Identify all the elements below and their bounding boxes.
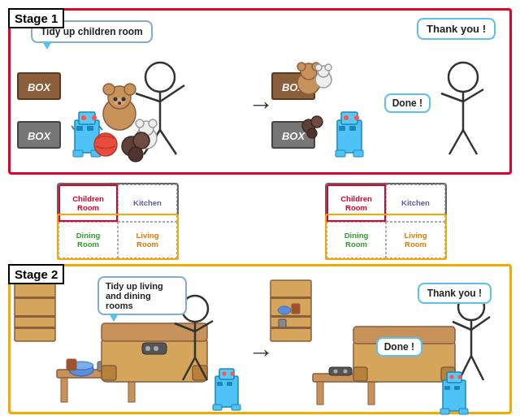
stage2-done-bubble: Done ! — [376, 337, 422, 357]
svg-rect-18 — [73, 150, 83, 157]
svg-rect-126 — [440, 409, 449, 414]
svg-rect-94 — [227, 382, 232, 386]
svg-rect-56 — [349, 126, 356, 131]
stage1-left-scene: BOX BOX — [10, 49, 245, 175]
svg-point-4 — [145, 63, 175, 92]
living-room-cell-left: LivingRoom — [118, 222, 177, 259]
room-map-left: Children Room Kitchen DiningRoom LivingR… — [57, 183, 179, 260]
svg-point-50 — [307, 128, 317, 138]
svg-point-31 — [149, 119, 157, 128]
kitchen-cell-left: Kitchen — [118, 184, 177, 222]
svg-rect-125 — [454, 386, 460, 390]
stage2-thanks-bubble: Thank you ! — [418, 283, 492, 304]
stage1-done-bubble: Done ! — [384, 93, 431, 113]
svg-text:BOX: BOX — [28, 130, 52, 142]
svg-point-46 — [315, 64, 322, 71]
svg-rect-77 — [102, 323, 207, 341]
svg-point-91 — [223, 372, 227, 376]
svg-rect-124 — [444, 386, 450, 390]
living-room-cell-right: LivingRoom — [386, 222, 445, 259]
svg-rect-96 — [232, 405, 240, 410]
stage1-thanks-bubble: Thank you ! — [417, 18, 496, 40]
svg-rect-67 — [15, 315, 55, 318]
svg-point-54 — [354, 115, 359, 120]
svg-point-47 — [325, 64, 332, 71]
svg-point-12 — [81, 115, 86, 120]
svg-rect-65 — [15, 280, 55, 341]
svg-rect-120 — [443, 380, 466, 411]
svg-point-49 — [311, 116, 323, 128]
room-map-right-grid: ChildrenRoom Kitchen DiningRoom LivingRo… — [325, 183, 447, 260]
svg-rect-89 — [215, 376, 238, 407]
svg-rect-58 — [353, 150, 363, 157]
svg-point-108 — [334, 370, 338, 374]
svg-rect-93 — [217, 382, 223, 386]
svg-rect-102 — [292, 304, 300, 314]
dining-room-cell-left: DiningRoom — [58, 222, 118, 259]
main-container: { "stages": [ { "label": "Stage 1", "lef… — [0, 0, 520, 420]
svg-rect-107 — [329, 367, 352, 375]
svg-line-64 — [463, 130, 477, 154]
svg-point-101 — [278, 306, 291, 314]
svg-point-81 — [145, 346, 150, 351]
svg-line-63 — [449, 130, 463, 154]
svg-point-27 — [118, 102, 121, 105]
svg-rect-68 — [15, 327, 55, 329]
svg-point-25 — [114, 97, 118, 102]
children-room-cell-right: ChildrenRoom — [327, 184, 386, 222]
svg-point-30 — [136, 119, 144, 128]
svg-point-59 — [448, 63, 478, 92]
svg-point-92 — [231, 372, 235, 376]
svg-rect-75 — [67, 359, 76, 370]
svg-point-53 — [344, 115, 349, 120]
svg-line-9 — [160, 130, 176, 154]
stage2-label: Stage 2 — [8, 264, 64, 284]
dining-room-cell-right: DiningRoom — [327, 222, 386, 259]
svg-point-122 — [450, 375, 454, 379]
svg-point-13 — [92, 115, 97, 120]
svg-rect-15 — [87, 126, 93, 131]
svg-point-26 — [122, 97, 126, 102]
room-map-left-grid: Children Room Kitchen DiningRoom LivingR… — [57, 183, 179, 260]
svg-point-35 — [128, 147, 143, 162]
svg-rect-78 — [102, 366, 116, 380]
kitchen-cell-right: Kitchen — [386, 184, 445, 222]
stage2-task-bubble: Tidy up living and dining rooms — [98, 276, 187, 315]
svg-rect-55 — [339, 126, 345, 131]
svg-rect-103 — [279, 319, 286, 327]
svg-rect-57 — [336, 150, 345, 157]
room-map-right: ChildrenRoom Kitchen DiningRoom LivingRo… — [325, 183, 447, 260]
svg-rect-99 — [271, 315, 311, 318]
svg-rect-14 — [76, 126, 83, 131]
svg-text:BOX: BOX — [28, 81, 52, 93]
svg-rect-106 — [368, 382, 375, 405]
svg-point-22 — [103, 84, 115, 95]
svg-point-34 — [133, 132, 150, 149]
svg-point-123 — [458, 375, 462, 379]
svg-rect-105 — [317, 382, 323, 405]
svg-rect-70 — [61, 378, 67, 402]
svg-point-23 — [124, 84, 136, 95]
svg-rect-112 — [353, 367, 367, 381]
svg-line-119 — [471, 356, 483, 380]
stage1-label: Stage 1 — [8, 8, 64, 28]
svg-rect-51 — [337, 120, 362, 153]
svg-point-82 — [154, 346, 158, 351]
svg-point-109 — [344, 370, 348, 374]
svg-line-61 — [441, 93, 463, 102]
svg-rect-100 — [271, 327, 311, 329]
svg-line-6 — [136, 93, 160, 102]
svg-rect-127 — [459, 409, 468, 414]
svg-point-42 — [297, 63, 306, 71]
svg-text:BOX: BOX — [282, 130, 306, 142]
svg-rect-95 — [213, 405, 222, 410]
svg-rect-66 — [15, 297, 55, 299]
svg-rect-98 — [271, 297, 311, 299]
children-room-cell-left: Children Room — [58, 184, 118, 222]
